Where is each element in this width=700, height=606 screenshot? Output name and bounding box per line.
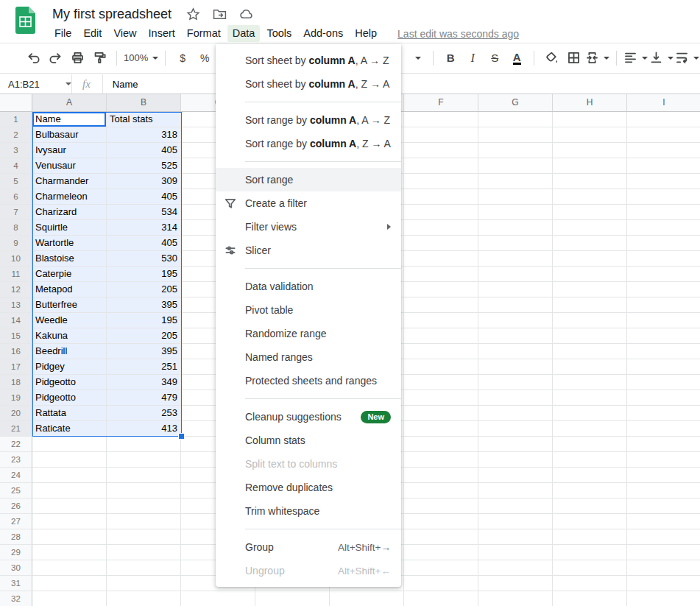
cell-F7[interactable] [404, 205, 478, 220]
menu-item-slicer[interactable]: Slicer [216, 239, 401, 262]
cell-A23[interactable] [32, 452, 107, 468]
merge-cells-button[interactable] [585, 48, 609, 68]
cell-C32[interactable] [181, 591, 255, 606]
cell-G31[interactable] [478, 576, 553, 591]
menu-addons[interactable]: Add-ons [298, 25, 348, 42]
cell-A8[interactable]: Squirtle [32, 220, 107, 236]
cell-B5[interactable]: 309 [107, 174, 181, 189]
row-header-18[interactable]: 18 [0, 375, 32, 390]
cell-F25[interactable] [404, 483, 478, 498]
row-header-24[interactable]: 24 [0, 468, 32, 483]
cell-I6[interactable] [627, 189, 700, 205]
format-percent-button[interactable]: % [194, 48, 215, 68]
cell-H26[interactable] [553, 498, 627, 514]
cell-I19[interactable] [627, 390, 700, 406]
cell-H3[interactable] [553, 143, 627, 158]
row-header-31[interactable]: 31 [0, 576, 32, 591]
cell-E32[interactable] [330, 591, 404, 606]
cell-G12[interactable] [478, 282, 553, 297]
cell-F26[interactable] [404, 498, 478, 514]
cell-A20[interactable]: Rattata [32, 406, 107, 421]
cell-H25[interactable] [553, 483, 627, 498]
cell-I14[interactable] [627, 313, 700, 328]
cell-A27[interactable] [32, 514, 107, 529]
cell-H12[interactable] [553, 282, 627, 297]
cell-B10[interactable]: 530 [107, 251, 181, 267]
cell-B31[interactable] [107, 576, 181, 591]
cell-G3[interactable] [478, 143, 553, 158]
cell-H11[interactable] [553, 267, 627, 282]
menu-item-sort-sheet-az[interactable]: Sort sheet by column A, A → Z [216, 49, 401, 72]
cell-G6[interactable] [478, 189, 553, 205]
cell-I18[interactable] [627, 375, 700, 390]
cell-B4[interactable]: 525 [107, 158, 181, 174]
cell-B17[interactable]: 251 [107, 359, 181, 375]
last-edit-link[interactable]: Last edit was seconds ago [397, 28, 519, 40]
cell-B8[interactable]: 314 [107, 220, 181, 236]
cell-H8[interactable] [553, 220, 627, 236]
row-header-2[interactable]: 2 [0, 127, 32, 143]
cell-B2[interactable]: 318 [107, 127, 181, 143]
cell-H19[interactable] [553, 390, 627, 406]
cell-F15[interactable] [404, 328, 478, 344]
cell-I24[interactable] [627, 468, 700, 483]
cell-B12[interactable]: 205 [107, 282, 181, 297]
cell-F31[interactable] [404, 576, 478, 591]
cell-G28[interactable] [478, 529, 553, 545]
cell-G2[interactable] [478, 127, 553, 143]
cell-G4[interactable] [478, 158, 553, 174]
cell-A25[interactable] [32, 483, 107, 498]
row-header-14[interactable]: 14 [0, 313, 32, 328]
cell-G15[interactable] [478, 328, 553, 344]
cell-B9[interactable]: 405 [107, 236, 181, 251]
cell-H6[interactable] [553, 189, 627, 205]
cell-F13[interactable] [404, 297, 478, 313]
cell-F10[interactable] [404, 251, 478, 267]
row-header-20[interactable]: 20 [0, 406, 32, 421]
italic-button[interactable]: I [462, 48, 483, 68]
cell-I28[interactable] [627, 529, 700, 545]
horizontal-align-button[interactable] [623, 48, 648, 68]
cell-H27[interactable] [553, 514, 627, 529]
cell-F1[interactable] [404, 112, 478, 127]
name-box[interactable]: A1:B21 [0, 79, 71, 90]
row-header-17[interactable]: 17 [0, 359, 32, 375]
cell-B19[interactable]: 479 [107, 390, 181, 406]
row-header-12[interactable]: 12 [0, 282, 32, 297]
cell-G32[interactable] [478, 591, 553, 606]
cell-I30[interactable] [627, 560, 700, 576]
cell-I32[interactable] [627, 591, 700, 606]
menu-item-column-stats[interactable]: Column stats [216, 429, 401, 452]
redo-button[interactable] [45, 48, 66, 68]
cell-H14[interactable] [553, 313, 627, 328]
paint-format-button[interactable] [89, 48, 110, 68]
cell-I23[interactable] [627, 452, 700, 468]
menu-item-create-a-filter[interactable]: Create a filter [216, 191, 401, 215]
cell-A11[interactable]: Caterpie [32, 267, 107, 282]
cell-B21[interactable]: 413 [107, 421, 181, 437]
vertical-align-button[interactable] [649, 48, 674, 68]
cell-A7[interactable]: Charizard [32, 205, 107, 220]
cell-F21[interactable] [404, 421, 478, 437]
cell-H24[interactable] [553, 468, 627, 483]
menu-item-sort-sheet-za[interactable]: Sort sheet by column A, Z → A [216, 72, 401, 96]
cell-H7[interactable] [553, 205, 627, 220]
row-header-1[interactable]: 1 [0, 112, 32, 127]
menu-format[interactable]: Format [182, 25, 226, 42]
cell-I1[interactable] [627, 112, 700, 127]
cell-A19[interactable]: Pidgeotto [32, 390, 107, 406]
cell-I31[interactable] [627, 576, 700, 591]
cell-I11[interactable] [627, 267, 700, 282]
cell-G9[interactable] [478, 236, 553, 251]
cell-I29[interactable] [627, 545, 700, 560]
cell-H29[interactable] [553, 545, 627, 560]
cell-I4[interactable] [627, 158, 700, 174]
cell-I8[interactable] [627, 220, 700, 236]
cell-A5[interactable]: Charmander [32, 174, 107, 189]
cell-H5[interactable] [553, 174, 627, 189]
menu-item-sort-range-az[interactable]: Sort range by column A, A → Z [216, 108, 401, 132]
cell-F9[interactable] [404, 236, 478, 251]
cell-A12[interactable]: Metapod [32, 282, 107, 297]
text-color-button[interactable]: A [506, 48, 527, 68]
cell-G24[interactable] [478, 468, 553, 483]
